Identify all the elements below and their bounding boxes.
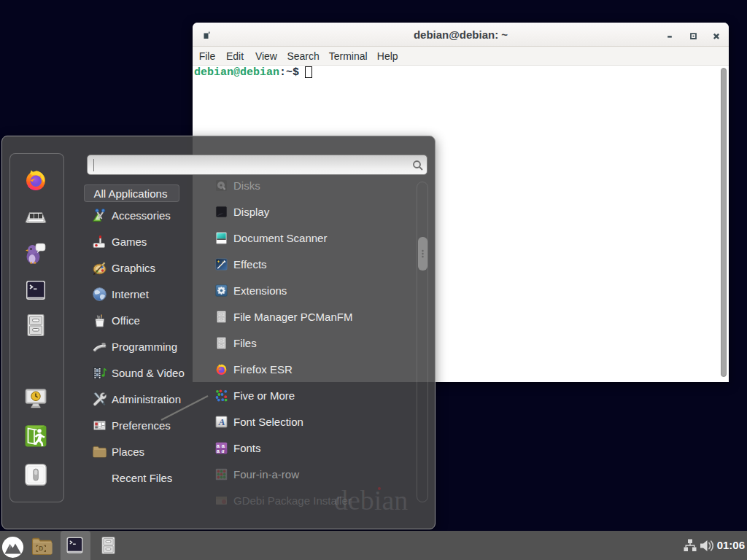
svg-text:A: A	[218, 416, 225, 427]
svg-text:D: D	[39, 545, 43, 552]
svg-text:a: a	[222, 448, 225, 454]
